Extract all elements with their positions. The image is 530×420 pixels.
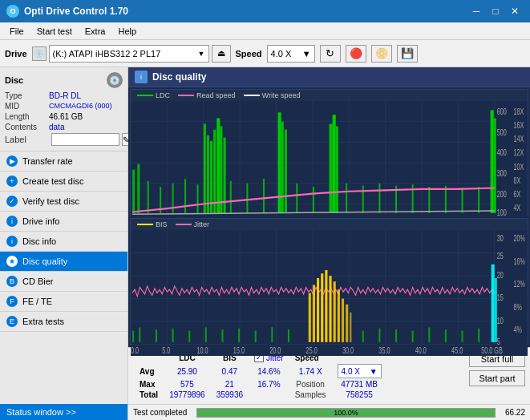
position-value: 47731 MB (341, 380, 378, 389)
status-text: Test completed (133, 408, 187, 417)
refresh-button[interactable]: ↻ (320, 45, 341, 63)
writespeed-legend-color (244, 95, 260, 96)
nav-icon-disc: i (6, 236, 18, 247)
start-part-button[interactable]: Start part (469, 370, 525, 386)
total-ldc: 19779896 (164, 390, 210, 399)
svg-text:25.0: 25.0 (306, 346, 318, 355)
speed-selector[interactable]: 4.0 X ▼ (267, 45, 315, 63)
length-value: 46.61 GB (49, 112, 83, 121)
app-title: Opti Drive Control 1.70 (24, 6, 128, 17)
position-label: Position (296, 380, 325, 389)
charts-area: LDC Read speed Write speed (128, 87, 530, 347)
sidebar: Disc 💿 Type BD-R DL MID CMCMAGDI6 (000) … (0, 67, 128, 420)
svg-rect-50 (491, 110, 494, 212)
menu-help[interactable]: Help (111, 25, 143, 38)
status-window-button[interactable]: Status window >> (0, 404, 127, 420)
svg-rect-101 (342, 299, 344, 342)
svg-rect-94 (313, 285, 315, 342)
svg-text:500: 500 (497, 128, 507, 137)
total-bis: 359936 (212, 390, 248, 399)
nav-item-fe-te[interactable]: F FE / TE (0, 292, 127, 312)
tool-button-1[interactable]: 🔴 (346, 45, 366, 63)
speed-selector-stats[interactable]: 4.0 X ▼ (338, 364, 382, 378)
length-label: Length (5, 112, 49, 121)
svg-rect-21 (184, 179, 186, 213)
content-area: i Disc quality LDC Read speed (128, 67, 530, 420)
svg-text:6X: 6X (513, 190, 520, 199)
label-input[interactable] (51, 133, 119, 146)
svg-text:25: 25 (497, 252, 504, 260)
nav-item-verify-test-disc[interactable]: ✓ Verify test disc (0, 192, 127, 212)
label-label: Label (5, 135, 49, 144)
svg-rect-113 (271, 327, 273, 342)
nav-item-disc-quality[interactable]: ★ Disc quality (0, 252, 127, 272)
svg-rect-97 (325, 270, 327, 342)
svg-rect-110 (221, 329, 223, 342)
svg-text:4X: 4X (513, 204, 520, 212)
menu-file[interactable]: File (3, 25, 30, 38)
svg-rect-99 (334, 281, 336, 342)
svg-rect-30 (230, 181, 232, 213)
save-button[interactable]: 💾 (397, 45, 418, 63)
bis-legend-color (137, 224, 153, 225)
svg-text:300: 300 (497, 169, 507, 178)
stats-section: LDC BIS ✓ Jitter Speed Avg 25 (128, 347, 530, 420)
nav-icon-verify: ✓ (6, 196, 18, 207)
nav-item-disc-info[interactable]: i Disc info (0, 232, 127, 252)
svg-text:200: 200 (497, 190, 507, 199)
quality-header-title: Disc quality (152, 71, 206, 83)
svg-rect-95 (317, 278, 319, 342)
svg-text:4%: 4% (513, 325, 522, 334)
nav-item-create-test-disc[interactable]: + Create test disc (0, 172, 127, 192)
svg-rect-124 (495, 278, 497, 342)
statusbar: Test completed 100.0% 66.22 (128, 404, 530, 420)
svg-rect-37 (313, 187, 314, 213)
max-label: Max (135, 380, 163, 389)
menu-start-test[interactable]: Start test (30, 25, 79, 38)
total-label: Total (135, 390, 163, 399)
max-bis: 21 (212, 380, 248, 389)
max-jitter: 16.7% (249, 380, 289, 389)
svg-text:8X: 8X (513, 176, 520, 185)
samples-value: 758255 (346, 390, 372, 399)
svg-rect-120 (445, 329, 447, 342)
window-controls[interactable]: ─ □ ✕ (467, 3, 524, 19)
nav-item-drive-info[interactable]: i Drive info (0, 212, 127, 232)
nav-icon-transfer: ▶ (6, 155, 18, 167)
svg-rect-28 (220, 126, 222, 212)
nav-icon-extra: E (6, 316, 18, 327)
disc-quality-header: i Disc quality (128, 67, 530, 87)
maximize-button[interactable]: □ (487, 3, 504, 19)
nav-item-extra-tests[interactable]: E Extra tests (0, 312, 127, 332)
avg-jitter: 14.6% (249, 364, 289, 378)
svg-rect-103 (350, 313, 351, 342)
svg-rect-93 (309, 293, 311, 342)
svg-rect-51 (494, 118, 496, 212)
titlebar: O Opti Drive Control 1.70 ─ □ ✕ (0, 0, 530, 22)
svg-text:20%: 20% (513, 234, 525, 243)
close-button[interactable]: ✕ (506, 3, 524, 19)
svg-text:16%: 16% (513, 257, 525, 266)
minimize-button[interactable]: ─ (467, 3, 485, 19)
disc-section: Disc 💿 Type BD-R DL MID CMCMAGDI6 (000) … (0, 67, 127, 151)
disc-section-title: Disc (5, 75, 23, 85)
tool-button-2[interactable]: 📀 (371, 45, 392, 63)
nav-item-transfer-rate[interactable]: ▶ Transfer rate (0, 151, 127, 172)
svg-text:0.0: 0.0 (131, 346, 139, 355)
svg-rect-119 (428, 327, 430, 342)
svg-rect-17 (137, 164, 140, 213)
svg-rect-26 (213, 130, 216, 213)
nav-icon-quality: ★ (6, 256, 18, 267)
nav-item-cd-bier[interactable]: B CD Bier (0, 272, 127, 292)
main-area: Disc 💿 Type BD-R DL MID CMCMAGDI6 (000) … (0, 67, 530, 420)
svg-rect-48 (462, 188, 463, 212)
eject-button[interactable]: ⏏ (212, 45, 231, 63)
status-right-value: 66.22 (505, 408, 525, 417)
drive-selector[interactable]: (K:) ATAPI iHBS312 2 PL17 ▼ (49, 45, 209, 63)
disc-icon: 💿 (107, 72, 123, 88)
stats-table: LDC BIS ✓ Jitter Speed Avg 25 (133, 351, 388, 401)
app-icon: O (6, 5, 19, 18)
svg-text:45.0: 45.0 (451, 346, 463, 355)
menu-extra[interactable]: Extra (79, 25, 112, 38)
svg-rect-22 (197, 184, 199, 213)
